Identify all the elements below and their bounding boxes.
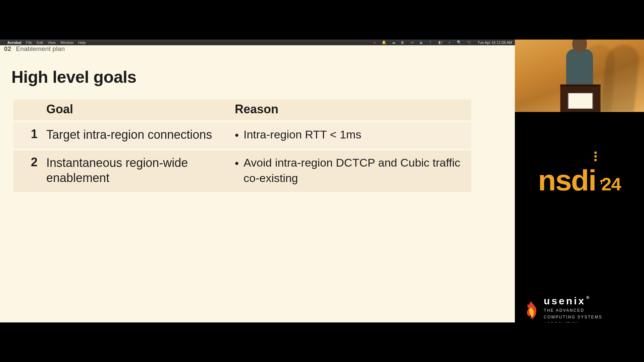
status-icon-record[interactable]: ● — [372, 40, 377, 45]
status-icon-volume[interactable]: 🔈 — [419, 40, 424, 45]
nsdi-logo: nsdi ’24 — [538, 166, 621, 195]
table-header-goal: Goal — [46, 100, 235, 120]
usenix-tagline-1: THE ADVANCED — [544, 307, 602, 313]
status-icon-cloud[interactable]: ☁ — [391, 40, 396, 45]
table-row-2-goal: Instantaneous region-wide enablement — [46, 155, 235, 186]
status-icon-wifi[interactable]: ᯤ — [447, 40, 452, 45]
table-row: 1 Target intra-region connections Intra-… — [13, 122, 471, 148]
table-header-row: Goal Reason — [13, 100, 471, 120]
podium-sign: nsdi’24 — [571, 96, 589, 103]
brand-column: nsdi’24 nsdi ’24 usenix® — [515, 40, 644, 333]
table-row-1-reason: Intra-region RTT < 1ms — [235, 127, 471, 142]
content-row: Acrobat File Edit View Window Help ● 🔔 ☁… — [0, 40, 644, 333]
table-row-1-goal: Target intra-region connections — [46, 127, 235, 142]
nsdi-i-dots-icon — [594, 152, 597, 161]
table-row-2-num: 2 — [13, 155, 46, 186]
table-row-1-num: 1 — [13, 127, 46, 142]
status-icon-bell[interactable]: 🔔 — [382, 40, 386, 45]
podium: nsdi’24 — [560, 84, 600, 112]
menubar-file[interactable]: File — [26, 41, 32, 45]
status-icon-display[interactable]: ▭ — [410, 40, 415, 45]
usenix-tagline-2: COMPUTING SYSTEMS — [544, 314, 602, 320]
nsdi-year-num: 24 — [601, 174, 621, 194]
status-icon-search[interactable]: 🔍 — [457, 40, 462, 45]
nsdi-word: nsdi — [538, 166, 596, 195]
status-icon-control[interactable]: ⌥ — [466, 40, 471, 45]
status-icon-github[interactable]: ◐ — [400, 40, 405, 45]
menubar-clock[interactable]: Tue Apr 16 11:08 AM — [478, 41, 512, 45]
menubar-app-name[interactable]: Acrobat — [7, 41, 21, 45]
speaker-silhouette — [566, 49, 593, 86]
menubar-edit[interactable]: Edit — [37, 41, 43, 45]
usenix-brand-name: usenix® — [544, 295, 602, 307]
usenix-flame-icon — [523, 300, 539, 322]
slide-body: 02 Enablement plan High level goals Goal… — [0, 45, 515, 333]
goals-table: Goal Reason 1 Target intra-region connec… — [13, 100, 471, 192]
status-icon-battery[interactable]: ▮▯ — [438, 40, 443, 45]
menubar-view[interactable]: View — [48, 41, 56, 45]
usenix-text: usenix® THE ADVANCED COMPUTING SYSTEMS A… — [544, 295, 602, 327]
usenix-brand-word: usenix — [544, 295, 586, 307]
table-header-reason: Reason — [235, 100, 471, 120]
table-row-2-reason: Avoid intra-region DCTCP and Cubic traff… — [235, 155, 471, 186]
slide-strip: Acrobat File Edit View Window Help ● 🔔 ☁… — [0, 40, 515, 333]
registered-icon: ® — [586, 295, 591, 300]
nsdi-word-text: nsdi — [538, 164, 596, 197]
table-header-num — [13, 100, 46, 120]
mac-menubar: Acrobat File Edit View Window Help ● 🔔 ☁… — [0, 40, 515, 45]
menubar-help[interactable]: Help — [78, 41, 86, 45]
menubar-window[interactable]: Window — [60, 41, 73, 45]
letterbox-bottom — [0, 322, 644, 362]
breadcrumb-index: 02 — [4, 45, 11, 53]
table-row: 2 Instantaneous region-wide enablement A… — [13, 150, 471, 192]
breadcrumb: 02 Enablement plan — [4, 45, 65, 53]
nsdi-year: ’24 — [599, 175, 621, 194]
status-icon-dnd[interactable]: ☾ — [429, 40, 433, 45]
page-title: High level goals — [11, 67, 137, 87]
letterbox-top — [0, 0, 644, 40]
breadcrumb-label: Enablement plan — [16, 45, 65, 53]
speaker-video-thumbnail: nsdi’24 — [515, 40, 644, 112]
